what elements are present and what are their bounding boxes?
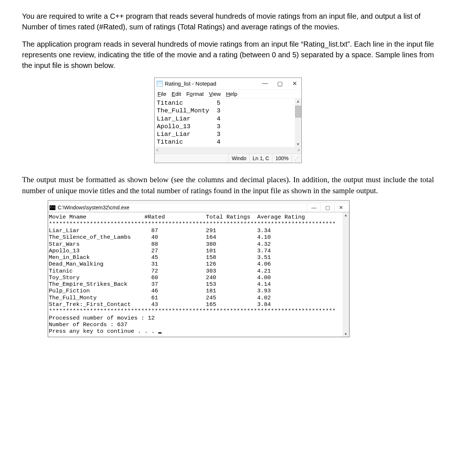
- notepad-titlebar: Rating_list - Notepad — ▢ ✕: [155, 78, 301, 90]
- scroll-right-icon[interactable]: >: [297, 148, 300, 153]
- maximize-button[interactable]: ▢: [321, 204, 334, 211]
- notepad-icon: [157, 81, 163, 87]
- scroll-down-icon[interactable]: ▾: [345, 332, 347, 336]
- close-button[interactable]: ✕: [289, 80, 300, 87]
- menu-help[interactable]: Help: [226, 91, 238, 97]
- scroll-thumb[interactable]: [295, 106, 301, 118]
- maximize-button[interactable]: ▢: [274, 80, 285, 87]
- scroll-left-icon[interactable]: <: [156, 148, 159, 153]
- menu-view[interactable]: View: [209, 91, 221, 97]
- status-encoding: Windo: [228, 154, 249, 163]
- menu-format[interactable]: Format: [186, 91, 204, 97]
- close-button[interactable]: ✕: [334, 204, 348, 211]
- window-tab-remnant: [48, 200, 350, 203]
- console-title-text: C:\Windows\system32\cmd.exe: [58, 205, 307, 210]
- scroll-up-icon[interactable]: ▴: [345, 213, 347, 217]
- menu-file[interactable]: File: [158, 91, 166, 97]
- scroll-down-icon[interactable]: ▾: [297, 142, 299, 147]
- vertical-scrollbar[interactable]: ▴ ▾: [343, 212, 349, 337]
- notepad-window: Rating_list - Notepad — ▢ ✕ File Edit Fo…: [154, 77, 302, 163]
- console-titlebar: C:\ C:\Windows\system32\cmd.exe — ▢ ✕: [48, 203, 349, 212]
- notepad-menu: File Edit Format View Help: [155, 90, 301, 98]
- output-description-paragraph: The output must be formatted as shown be…: [22, 174, 434, 196]
- resize-grip-icon[interactable]: ⋰: [292, 154, 301, 163]
- text-cursor: [158, 332, 162, 333]
- horizontal-scrollbar[interactable]: < >: [155, 147, 301, 154]
- console-content: Movie Mname #Rated Total Ratings Average…: [48, 212, 343, 337]
- vertical-scrollbar[interactable]: ▴ ▾: [295, 98, 301, 147]
- minimize-button[interactable]: —: [260, 80, 271, 87]
- notepad-statusbar: Windo Ln 1, C 100% ⋰: [155, 154, 301, 163]
- intro-paragraph-2: The application program reads in several…: [22, 39, 434, 71]
- notepad-title-text: Rating_list - Notepad: [165, 80, 260, 87]
- status-zoom: 100%: [272, 154, 292, 163]
- notepad-content[interactable]: Titanic 5 The_Full_Monty 3 Liar_Liar 4 A…: [155, 98, 295, 147]
- cmd-icon: C:\: [50, 205, 55, 210]
- console-window: C:\ C:\Windows\system32\cmd.exe — ▢ ✕ Mo…: [48, 203, 350, 337]
- status-position: Ln 1, C: [249, 154, 272, 163]
- minimize-button[interactable]: —: [307, 204, 321, 211]
- scroll-up-icon[interactable]: ▴: [297, 99, 299, 104]
- menu-edit[interactable]: Edit: [171, 91, 181, 97]
- intro-paragraph-1: You are required to write a C++ program …: [22, 11, 434, 32]
